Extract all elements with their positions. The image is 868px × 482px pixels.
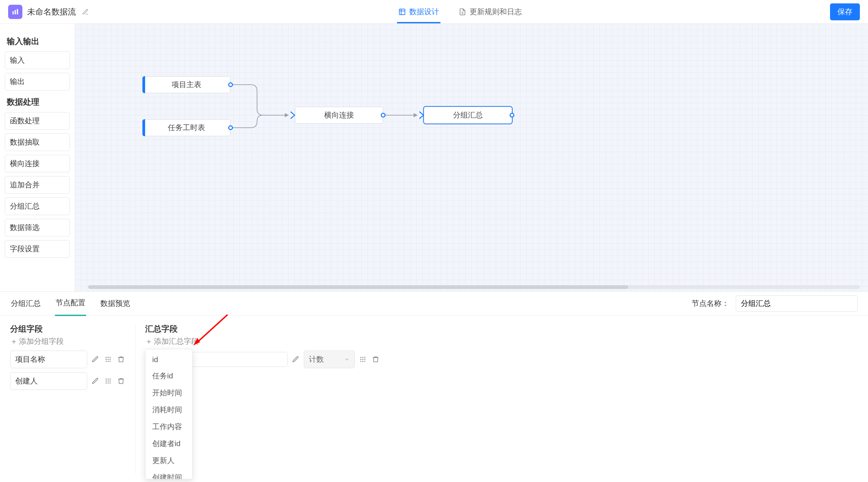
canvas-scrollbar[interactable] [88,285,860,289]
panel-tab-preview[interactable]: 数据预览 [100,292,131,315]
svg-point-19 [107,380,108,381]
palette-item-fields[interactable]: 字段设置 [5,240,70,258]
group-fields-title: 分组字段 [10,323,126,334]
tab-data-design-label: 数据设计 [409,7,439,17]
tab-data-design[interactable]: 数据设计 [397,0,440,23]
save-button[interactable]: 保存 [830,3,860,20]
node-group[interactable]: 分组汇总 [424,107,512,124]
palette-item-filter[interactable]: 数据筛选 [5,219,70,236]
svg-marker-4 [285,113,289,117]
edit-title-icon[interactable] [81,7,90,17]
delete-icon[interactable] [116,376,126,386]
main-area: 输入输出 输入 输出 数据处理 函数处理 数据抽取 横向连接 追加合并 分组汇总… [0,24,868,291]
panel-tabs: 分组汇总 节点配置 数据预览 [10,292,131,315]
port-out[interactable] [228,82,233,87]
palette-category-proc: 数据处理 [7,97,68,107]
svg-point-11 [110,359,111,360]
dropdown-item[interactable]: 工作内容 [145,418,192,435]
node-timesheet-label: 任务工时表 [168,123,205,133]
port-out[interactable] [510,113,514,118]
svg-point-12 [106,361,107,362]
palette-item-group[interactable]: 分组汇总 [5,197,70,215]
palette-item-append[interactable]: 追加合并 [5,176,70,194]
svg-point-7 [107,357,108,358]
group-fields-column: 分组字段 ＋添加分组字段 项目名称 创建人 [10,323,136,474]
svg-point-21 [106,382,107,383]
node-project-main[interactable]: 项目主表 [142,76,231,93]
edit-icon[interactable] [291,355,300,364]
palette-item-func[interactable]: 函数处理 [5,112,70,130]
group-field-row: 创建人 [10,372,126,390]
dropdown-item[interactable]: 消耗时间 [145,401,192,418]
node-name-input[interactable] [736,295,858,312]
agg-func-select[interactable]: 计数 [304,351,355,368]
tab-update-rules[interactable]: 更新规则和日志 [457,0,523,23]
svg-point-15 [106,379,107,380]
svg-point-24 [360,357,361,358]
port-in[interactable] [291,111,295,119]
svg-point-16 [107,379,108,380]
flow-canvas[interactable]: 项目主表 任务工时表 横向连接 分组汇总 [75,24,868,291]
svg-point-32 [364,361,365,362]
header-tabs: 数据设计 更新规则和日志 [90,0,830,23]
add-group-field-label: 添加分组字段 [19,336,64,347]
app-header: 未命名数据流 数据设计 更新规则和日志 保存 [0,0,868,24]
group-field-chip[interactable]: 项目名称 [10,351,87,368]
grid-icon[interactable] [103,355,113,364]
port-in[interactable] [419,111,424,119]
delete-icon[interactable] [371,355,380,364]
svg-point-14 [110,361,111,362]
grid-icon[interactable] [358,355,368,364]
config-panel: 分组汇总 节点配置 数据预览 节点名称： 分组字段 ＋添加分组字段 项目名称 创… [0,291,868,482]
palette-category-io: 输入输出 [7,36,68,47]
page-title: 未命名数据流 [27,6,76,17]
svg-point-17 [110,379,111,380]
svg-point-25 [362,357,363,358]
palette-item-input[interactable]: 输入 [5,51,70,69]
panel-tab-summary[interactable]: 分组汇总 [10,292,41,315]
svg-rect-2 [17,9,18,14]
grid-icon[interactable] [103,376,113,386]
panel-tab-config[interactable]: 节点配置 [55,291,86,316]
dropdown-item[interactable]: 创建者id [145,435,192,452]
svg-point-29 [364,359,365,360]
edit-icon[interactable] [91,355,100,364]
svg-point-8 [110,357,111,358]
group-field-chip[interactable]: 创建人 [10,372,87,390]
palette-item-extract[interactable]: 数据抽取 [5,133,70,151]
agg-func-label: 计数 [309,354,324,364]
agg-fields-title: 汇总字段 [145,323,858,334]
svg-marker-5 [414,113,418,117]
svg-point-20 [110,380,111,381]
dropdown-item[interactable]: 创建时间 [145,469,192,479]
group-field-row: 项目名称 [10,351,126,368]
svg-point-28 [362,359,363,360]
dropdown-item[interactable]: 开始时间 [145,384,192,401]
svg-rect-0 [13,11,14,14]
dropdown-item[interactable]: id [145,352,192,368]
svg-point-9 [106,359,107,360]
node-join[interactable]: 横向连接 [295,107,383,124]
port-out[interactable] [381,113,386,118]
svg-point-30 [360,361,361,362]
agg-fields-column: 汇总字段 ＋添加汇总字段 计数 id 任务id 开始时间 消耗时间 工作内容 创… [136,323,858,474]
node-group-label: 分组汇总 [453,110,483,120]
node-name-area: 节点名称： [692,295,858,312]
delete-icon[interactable] [116,355,126,364]
add-agg-field[interactable]: ＋添加汇总字段 [145,336,858,347]
palette-item-output[interactable]: 输出 [5,73,70,90]
dropdown-item[interactable]: 任务id [145,368,192,384]
add-group-field[interactable]: ＋添加分组字段 [10,336,126,347]
svg-point-22 [107,382,108,383]
svg-rect-1 [15,10,16,14]
node-name-label: 节点名称： [692,298,729,309]
svg-point-26 [364,357,365,358]
dropdown-item[interactable]: 更新人 [145,452,192,469]
node-timesheet[interactable]: 任务工时表 [142,119,231,136]
edit-icon[interactable] [91,376,100,386]
agg-field-dropdown[interactable]: id 任务id 开始时间 消耗时间 工作内容 创建者id 更新人 创建时间 更新… [145,349,193,479]
svg-point-6 [106,357,107,358]
palette-item-join[interactable]: 横向连接 [5,155,70,172]
node-join-label: 横向连接 [324,110,354,120]
port-out[interactable] [228,125,233,130]
